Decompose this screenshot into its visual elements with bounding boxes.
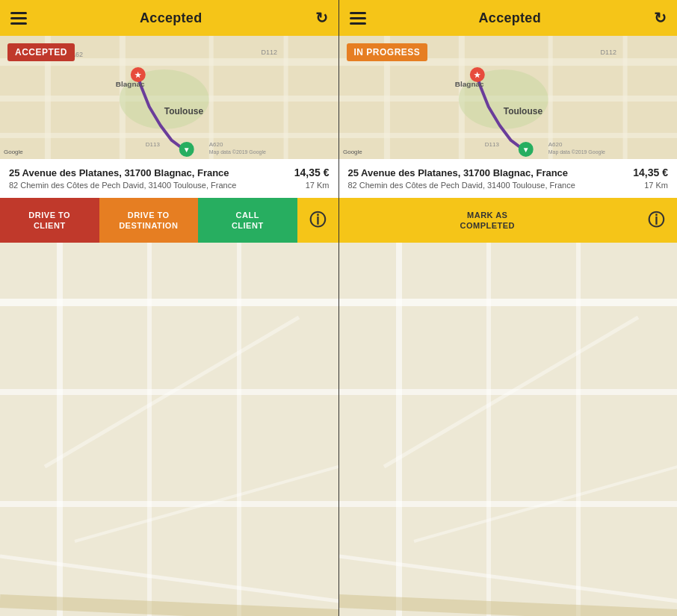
svg-rect-7 — [284, 36, 288, 159]
large-map-svg-inprogress — [339, 243, 678, 616]
info-button-accepted[interactable]: ⓘ — [297, 198, 338, 243]
svg-text:Toulouse: Toulouse — [164, 106, 204, 116]
distance-accepted: 17 Km — [306, 181, 330, 190]
header-title-accepted: Accepted — [140, 10, 202, 26]
svg-rect-39 — [622, 36, 627, 159]
svg-text:D113: D113 — [146, 141, 161, 148]
svg-text:D112: D112 — [262, 49, 277, 56]
svg-text:★: ★ — [474, 71, 481, 79]
address-sub-inprogress: 82 Chemin des Côtes de Pech David, 31400… — [348, 181, 575, 190]
status-badge-inprogress: IN PROGRESS — [347, 43, 428, 61]
distance-inprogress: 17 Km — [644, 181, 668, 190]
svg-text:Map data ©2019 Google: Map data ©2019 Google — [209, 149, 266, 155]
svg-text:Blagnac: Blagnac — [116, 80, 145, 88]
svg-text:Google: Google — [342, 149, 362, 155]
call-client-button[interactable]: CALLCLIENT — [198, 198, 297, 243]
large-map-accepted — [0, 243, 338, 616]
panel-accepted: Accepted ↻ ★ ▼ A62 D112 — [0, 0, 338, 616]
header-accepted: Accepted ↻ — [0, 0, 338, 36]
address-sub-accepted: 82 Chemin des Côtes de Pech David, 31400… — [9, 181, 236, 190]
drive-to-client-button[interactable]: DRIVE TOCLIENT — [0, 198, 99, 243]
drive-to-destination-button[interactable]: DRIVE TODESTINATION — [99, 198, 199, 243]
svg-text:A620: A620 — [209, 141, 223, 148]
action-buttons-inprogress: MARK ASCOMPLETED ⓘ — [339, 198, 678, 243]
svg-text:D112: D112 — [600, 49, 616, 56]
price-inprogress: 14,35 € — [633, 167, 668, 178]
large-map-svg-accepted — [0, 243, 338, 616]
map-accepted: ★ ▼ A62 D112 D113 A620 Blagnac Toulouse … — [0, 36, 338, 159]
info-icon-inprogress: ⓘ — [648, 210, 665, 231]
header-title-inprogress: Accepted — [479, 10, 541, 26]
svg-text:A620: A620 — [548, 141, 562, 148]
refresh-icon-accepted[interactable]: ↻ — [315, 9, 328, 27]
price-accepted: 14,35 € — [294, 167, 330, 178]
action-buttons-accepted: DRIVE TOCLIENT DRIVE TODESTINATION CALLC… — [0, 198, 338, 243]
svg-text:D113: D113 — [484, 141, 499, 148]
svg-text:Blagnac: Blagnac — [454, 80, 483, 88]
address-main-accepted: 25 Avenue des Platanes, 31700 Blagnac, F… — [9, 167, 229, 178]
map-inprogress: ★ ▼ A62 D112 D113 A620 Blagnac Toulouse … — [339, 36, 678, 159]
panel-inprogress: Accepted ↻ ★ ▼ A62 D112 D113 A620 Blagna… — [339, 0, 678, 616]
svg-text:Map data ©2019 Google: Map data ©2019 Google — [548, 149, 605, 155]
svg-text:Toulouse: Toulouse — [503, 106, 542, 116]
info-section-accepted: 25 Avenue des Platanes, 31700 Blagnac, F… — [0, 159, 338, 198]
svg-text:★: ★ — [135, 71, 142, 79]
address-main-inprogress: 25 Avenue des Platanes, 31700 Blagnac, F… — [348, 167, 569, 178]
mark-completed-button[interactable]: MARK ASCOMPLETED — [339, 198, 637, 243]
large-map-inprogress — [339, 243, 678, 616]
hamburger-icon[interactable] — [10, 12, 27, 25]
info-button-inprogress[interactable]: ⓘ — [636, 198, 677, 243]
svg-text:Google: Google — [4, 149, 23, 155]
header-inprogress: Accepted ↻ — [339, 0, 678, 36]
info-section-inprogress: 25 Avenue des Platanes, 31700 Blagnac, F… — [339, 159, 678, 198]
svg-text:▼: ▼ — [183, 146, 191, 154]
status-badge-accepted: ACCEPTED — [7, 43, 75, 61]
info-icon-accepted: ⓘ — [309, 210, 327, 231]
svg-text:▼: ▼ — [522, 146, 529, 154]
hamburger-icon-inprogress[interactable] — [350, 12, 366, 25]
refresh-icon-inprogress[interactable]: ↻ — [654, 9, 667, 27]
